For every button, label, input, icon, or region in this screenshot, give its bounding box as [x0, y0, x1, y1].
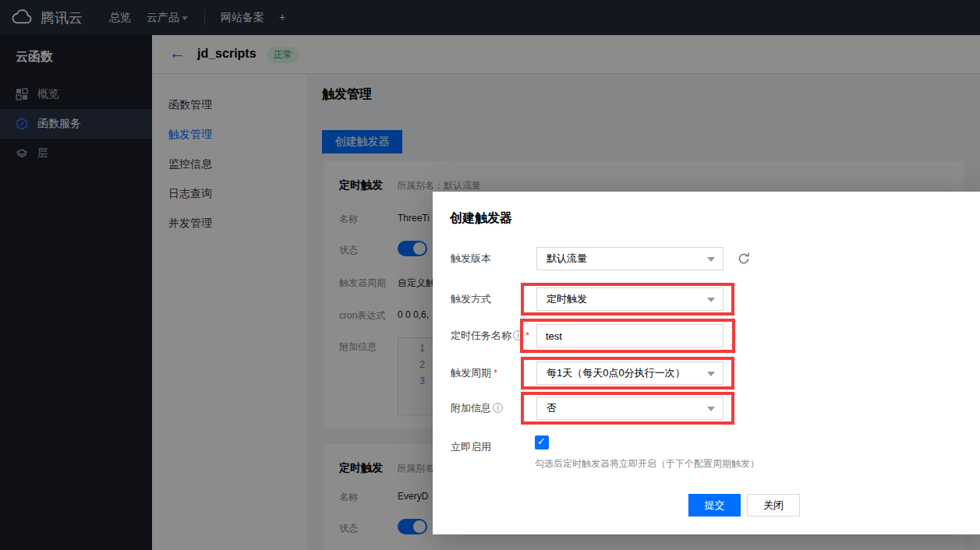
info-icon[interactable]: [513, 330, 523, 340]
field-label: 触发周期*: [451, 361, 535, 385]
trigger-type-select[interactable]: 定时触发: [536, 287, 724, 311]
field-label: 触发方式: [451, 287, 535, 311]
field-label: 触发版本: [451, 247, 535, 270]
required-mark: *: [494, 367, 497, 379]
required-mark: *: [525, 330, 529, 341]
chevron-down-icon: [707, 298, 715, 302]
dialog-title: 创建触发器: [450, 210, 512, 227]
task-name-input[interactable]: [536, 324, 724, 347]
field-label: 定时任务名称*: [451, 324, 535, 347]
close-button[interactable]: 关闭: [747, 494, 800, 517]
enable-helper-text: 勾选后定时触发器将立即开启（于下个配置周期触发）: [535, 457, 759, 471]
info-icon[interactable]: [493, 403, 503, 413]
refresh-icon[interactable]: [737, 252, 751, 266]
trigger-period-select[interactable]: 每1天（每天0点0分执行一次）: [536, 361, 724, 385]
field-label: 立即启用: [451, 435, 535, 459]
trigger-version-select[interactable]: 默认流量: [536, 247, 724, 270]
extra-info-select[interactable]: 否: [536, 397, 724, 420]
field-label: 附加信息: [451, 397, 535, 420]
create-trigger-dialog: 创建触发器 触发版本 默认流量 触发方式 定时触发 定时任务名称*: [433, 192, 980, 534]
enable-checkbox[interactable]: [535, 435, 549, 450]
app-window: 腾讯云 总览 云产品 网站备案 + 云函数 概览 函数服务 层: [0, 0, 980, 550]
chevron-down-icon: [707, 372, 715, 376]
chevron-down-icon: [707, 407, 715, 411]
submit-button[interactable]: 提交: [688, 494, 741, 517]
chevron-down-icon: [707, 257, 715, 262]
